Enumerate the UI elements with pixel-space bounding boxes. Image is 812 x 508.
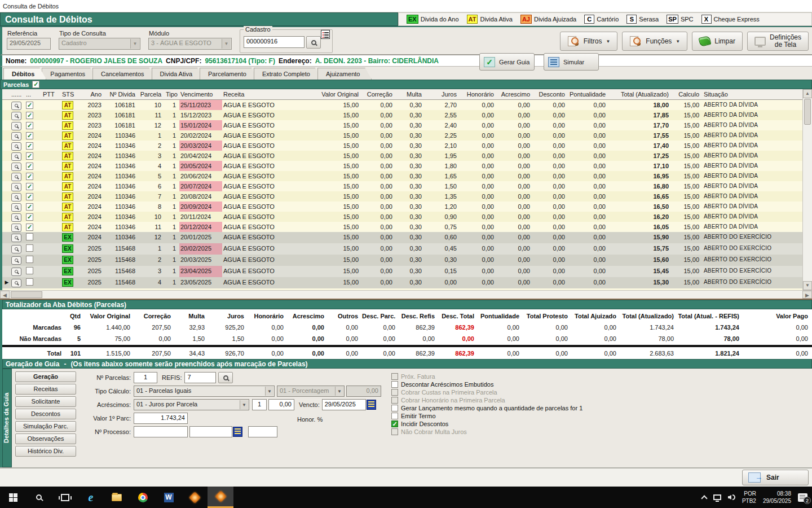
grid-header[interactable]: Valor Original — [317, 89, 362, 100]
filtros-button[interactable]: Filtros ▼ — [560, 32, 618, 51]
notifications-icon[interactable]: 2 — [798, 493, 807, 502]
acrescimos-qtd-input[interactable]: 1 — [252, 399, 267, 410]
definicoes-tela-button[interactable]: Definiçõesde Tela — [747, 32, 809, 51]
guia-option[interactable]: Gerar Lançamento mesmo quando a quantida… — [391, 405, 634, 412]
grid-header[interactable] — [2, 89, 10, 100]
tray-expand-icon[interactable] — [701, 495, 707, 501]
sair-button[interactable]: Sair — [742, 470, 809, 485]
cadastro-search-button[interactable] — [306, 36, 321, 49]
tab-divida-ativa[interactable]: Divida Ativa — [152, 68, 204, 80]
guia-option[interactable]: Emitir Termo — [391, 413, 634, 420]
grid-header[interactable]: Total (Atualizado) — [609, 89, 672, 100]
guia-option[interactable]: Incidir Descontos — [391, 421, 634, 428]
guia-option[interactable]: Cobrar Honorário na Primeira Parcela — [391, 397, 634, 404]
tab-extrato-completo[interactable]: Extrato Completo — [254, 68, 322, 80]
grid-header[interactable]: ...... — [10, 89, 25, 100]
option-checkbox[interactable] — [391, 428, 398, 435]
grid-header[interactable]: Pontualidade — [568, 89, 609, 100]
guia-button-descontos[interactable]: Descontos — [15, 409, 76, 419]
tab-cancelamentos[interactable]: Cancelamentos — [92, 68, 156, 80]
n-parcelas-input[interactable]: 1 — [134, 372, 157, 383]
refis-input[interactable]: 7 — [184, 372, 216, 383]
honor-input[interactable] — [248, 426, 277, 437]
guia-button-receitas[interactable]: Receitas — [15, 384, 76, 395]
grid-header[interactable]: Honorário — [460, 89, 497, 100]
language-indicator[interactable]: PORPTB2 — [742, 490, 756, 505]
referencia-input[interactable]: 29/05/2025 — [7, 38, 51, 50]
vencto-input[interactable]: 29/05/2025 — [322, 399, 366, 410]
scroll-up-icon[interactable]: ▲ — [803, 89, 812, 98]
grid-header[interactable]: Tipo — [165, 89, 179, 100]
option-checkbox[interactable] — [391, 389, 398, 396]
acrescimos-num-input[interactable]: 0,00 — [268, 399, 294, 410]
guia-button-simula-o-parc-[interactable]: Simulação Parc. — [15, 421, 76, 432]
calculator-icon[interactable] — [233, 427, 242, 437]
horizontal-scrollbar[interactable]: ◀ ▶ — [0, 290, 812, 300]
option-checkbox[interactable] — [391, 421, 398, 427]
guia-button-hist-rico-div-[interactable]: Histórico Div. — [15, 446, 76, 457]
tab-ajuizamento[interactable]: Ajuizamento — [317, 68, 372, 80]
grid-header[interactable]: Correção — [362, 89, 396, 100]
grid-header[interactable]: Situação — [703, 89, 803, 100]
vertical-scrollbar[interactable]: ▲ ▼ — [802, 89, 812, 290]
gerar-guia-button[interactable]: ✓ Gerar Guia — [479, 53, 535, 71]
internet-explorer-button[interactable]: e — [78, 487, 104, 508]
processo-input[interactable] — [134, 426, 188, 437]
grid-header[interactable]: Parcela — [139, 89, 165, 100]
grid-header[interactable]: Desconto — [533, 89, 568, 100]
grid-header[interactable]: Receita — [222, 89, 317, 100]
guia-option[interactable]: Não Cobrar Multa Juros — [391, 428, 634, 436]
valor-parc-input[interactable]: 1.743,24 — [134, 413, 188, 424]
clock[interactable]: 08:3829/05/2025 — [763, 490, 791, 505]
option-checkbox[interactable] — [391, 413, 398, 419]
parcelas-checkbox[interactable] — [32, 81, 39, 88]
processo-aux-input[interactable] — [189, 426, 232, 437]
guia-button-gera-o[interactable]: Geração — [15, 371, 76, 382]
tipo-consulta-select[interactable]: Cadastro▼ — [59, 38, 140, 50]
grid-header[interactable]: PTT — [42, 89, 61, 100]
horizontal-scroll-thumb[interactable] — [11, 291, 42, 298]
task-view-button[interactable] — [52, 487, 78, 508]
app-button-1[interactable] — [182, 487, 208, 508]
guia-button-observa-es[interactable]: Observações — [15, 433, 76, 444]
scroll-down-icon[interactable]: ▼ — [803, 281, 812, 290]
option-checkbox[interactable] — [391, 405, 398, 411]
detalhes-guia-vertical-tab[interactable]: Detalhes da Guia — [2, 369, 12, 467]
tab-d-bitos[interactable]: Débitos — [3, 68, 46, 80]
scroll-right-icon[interactable]: ▶ — [802, 291, 812, 299]
tab-parcelamento[interactable]: Parcelamento — [200, 68, 258, 80]
file-explorer-button[interactable] — [104, 487, 130, 508]
option-checkbox[interactable] — [391, 381, 398, 388]
option-checkbox[interactable] — [391, 397, 398, 404]
grid-header[interactable]: Acrescimo — [497, 89, 533, 100]
guia-button-solicitante[interactable]: Solicitante — [15, 396, 76, 407]
grid-header[interactable]: Ano — [80, 89, 105, 100]
scroll-left-icon[interactable]: ◀ — [0, 291, 10, 299]
calendar-icon[interactable] — [367, 400, 376, 410]
vertical-scroll-thumb[interactable] — [804, 99, 811, 125]
grid-header[interactable]: Vencimento — [179, 89, 222, 100]
simular-button[interactable]: Simular — [544, 53, 599, 71]
guia-option[interactable]: Descontar Acréscimos Embutidos — [391, 381, 634, 388]
network-icon[interactable] — [713, 494, 721, 500]
chrome-button[interactable] — [130, 487, 156, 508]
refis-search-button[interactable] — [218, 372, 233, 383]
grid-header[interactable]: STS — [61, 89, 80, 100]
grid-header[interactable]: ... — [25, 89, 42, 100]
taskbar-search-button[interactable] — [26, 487, 52, 508]
volume-icon[interactable] — [728, 494, 735, 500]
cadastro-input[interactable]: 000000916 — [244, 36, 304, 48]
tab-pagamentos[interactable]: Pagamentos — [42, 68, 97, 80]
word-button[interactable]: W — [156, 487, 182, 508]
start-button[interactable] — [0, 487, 26, 508]
funcoes-button[interactable]: Funções ▼ — [622, 32, 687, 51]
list-icon[interactable] — [321, 30, 330, 39]
grid-header[interactable]: Calculo — [672, 89, 703, 100]
acrescimos-select[interactable]: 01 - Juros por Parcela▼ — [134, 399, 249, 410]
option-checkbox[interactable] — [391, 373, 398, 380]
grid-header[interactable]: Nº Divida — [105, 89, 139, 100]
limpar-button[interactable]: Limpar — [692, 32, 743, 51]
grid-header[interactable]: Juros — [425, 89, 460, 100]
guia-option[interactable]: Cobrar Custas na Primeira Parcela — [391, 389, 634, 396]
guia-option[interactable]: Próx. Fatura — [391, 373, 634, 380]
